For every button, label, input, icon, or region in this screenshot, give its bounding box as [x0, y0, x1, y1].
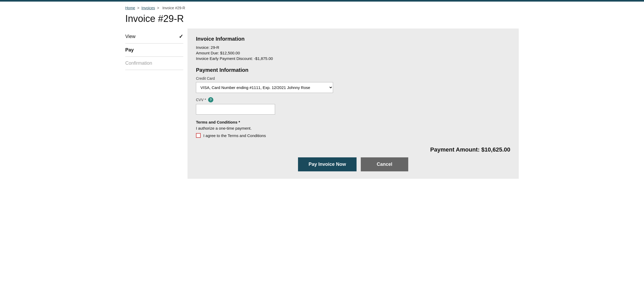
terms-checkbox-row: I agree to the Terms and Conditions [196, 133, 510, 138]
invoice-number: Invoice: 29-R [196, 45, 510, 50]
breadcrumb-invoices[interactable]: Invoices [141, 6, 155, 10]
invoice-info-title: Invoice Information [196, 36, 510, 42]
cvv-group: CVV * ? [196, 97, 510, 115]
terms-checkbox-label: I agree to the Terms and Conditions [203, 133, 266, 138]
sidebar-item-view[interactable]: View ✓ [125, 30, 183, 44]
sidebar-item-pay[interactable]: Pay [125, 44, 183, 57]
sidebar-item-view-label: View [125, 34, 136, 39]
breadcrumb-home[interactable]: Home [125, 6, 135, 10]
credit-card-label: Credit Card [196, 76, 510, 81]
credit-card-group: Credit Card VISA, Card Number ending #11… [196, 76, 510, 93]
sidebar-item-confirmation-label: Confirmation [125, 60, 152, 66]
sidebar-item-confirmation: Confirmation [125, 57, 183, 70]
page-title: Invoice #29-R [125, 13, 519, 24]
button-row: Pay Invoice Now Cancel [196, 157, 510, 171]
cvv-help-icon[interactable]: ? [208, 97, 213, 102]
payment-info-section: Payment Information Credit Card VISA, Ca… [196, 67, 510, 171]
breadcrumb-sep2: > [157, 6, 159, 10]
cancel-button[interactable]: Cancel [361, 157, 408, 171]
credit-card-select[interactable]: VISA, Card Number ending #1111, Exp. 12/… [196, 82, 333, 93]
main-layout: View ✓ Pay Confirmation Invoice Informat… [125, 29, 519, 179]
terms-section: Terms and Conditions * I authorize a one… [196, 120, 510, 138]
terms-description: I authorize a one-time payment. [196, 126, 510, 130]
breadcrumb-current: Invoice #29-R [162, 6, 185, 10]
discount: Invoice Early Payment Discount: -$1,875.… [196, 56, 510, 61]
breadcrumb-sep1: > [137, 6, 139, 10]
terms-title: Terms and Conditions * [196, 120, 510, 124]
page-container: Home > Invoices > Invoice #29-R Invoice … [119, 2, 525, 183]
sidebar-item-pay-label: Pay [125, 47, 134, 53]
terms-checkbox[interactable] [196, 133, 201, 138]
payment-info-title: Payment Information [196, 67, 510, 73]
sidebar-item-view-checkmark: ✓ [179, 33, 183, 40]
cvv-label-row: CVV * ? [196, 97, 510, 102]
breadcrumb: Home > Invoices > Invoice #29-R [125, 6, 519, 10]
invoice-info-section: Invoice Information Invoice: 29-R Amount… [196, 36, 510, 61]
pay-invoice-button[interactable]: Pay Invoice Now [298, 157, 357, 171]
cvv-input[interactable] [196, 104, 275, 115]
amount-due: Amount Due: $12,500.00 [196, 51, 510, 55]
payment-amount: Payment Amount: $10,625.00 [196, 146, 510, 153]
content-panel: Invoice Information Invoice: 29-R Amount… [188, 29, 519, 179]
sidebar: View ✓ Pay Confirmation [125, 29, 183, 179]
cvv-label: CVV * [196, 98, 206, 102]
